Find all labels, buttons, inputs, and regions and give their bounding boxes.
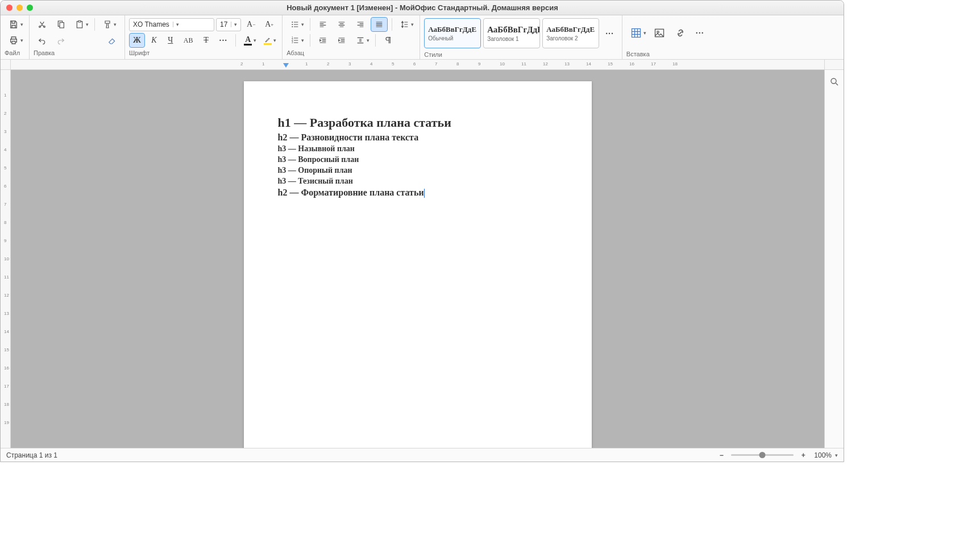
format-painter-button[interactable]: ▾	[99, 17, 118, 32]
style-preview: АаБбВвГгДдЕ	[546, 25, 595, 34]
paragraph-mark-button[interactable]	[380, 33, 397, 48]
group-paragraph: ▾ ▾ 123▾ ▾	[283, 15, 420, 59]
page[interactable]: h1 — Разработка плана статьи h2 — Разнов…	[244, 81, 592, 448]
bold-button[interactable]: Ж	[129, 33, 145, 48]
style-heading1[interactable]: АаБбВвГгДдЕ Заголовок 1	[483, 18, 540, 48]
maximize-window-button[interactable]	[27, 5, 33, 11]
style-preview: АаБбВвГгДдЕ	[428, 25, 477, 34]
bullet-list-button[interactable]: ▾	[286, 17, 306, 32]
table-icon	[630, 27, 642, 39]
svg-text:3: 3	[292, 41, 293, 44]
insert-link-button[interactable]	[671, 24, 690, 41]
group-label: Шрифт	[129, 49, 278, 56]
font-color-button[interactable]: А▾	[240, 33, 258, 48]
copy-button[interactable]	[52, 17, 69, 32]
line-spacing-button[interactable]: ▾	[396, 17, 416, 32]
style-heading2[interactable]: АаБбВвГгДдЕ Заголовок 2	[542, 18, 599, 48]
insert-table-button[interactable]: ▾	[626, 24, 648, 41]
minimize-window-button[interactable]	[16, 5, 23, 11]
find-button[interactable]	[825, 74, 844, 89]
group-insert: ▾ ··· Вставка	[622, 15, 712, 59]
align-left-button[interactable]	[314, 17, 331, 32]
search-icon	[829, 77, 840, 87]
styles-more-button[interactable]: ···	[601, 18, 618, 48]
font-size-value: 17	[217, 20, 231, 28]
horizontal-ruler[interactable]: 21123456789101112131415161718	[11, 60, 824, 70]
insert-more-button[interactable]: ···	[692, 24, 708, 41]
page-status: Страница 1 из 1	[6, 451, 57, 459]
style-name: Заголовок 2	[546, 35, 595, 41]
group-label: Стили	[424, 51, 618, 58]
align-right-button[interactable]	[352, 17, 369, 32]
redo-icon	[56, 36, 65, 45]
group-label: Абзац	[286, 49, 416, 56]
doc-heading-1: h1 — Разработка плана статьи	[278, 115, 558, 130]
close-window-button[interactable]	[6, 5, 13, 11]
vertical-ruler[interactable]: 12345678910111213141516171819	[1, 70, 11, 448]
group-label: Файл	[5, 49, 25, 56]
svg-point-6	[292, 26, 293, 27]
paragraph-spacing-button[interactable]: ▾	[352, 33, 371, 48]
group-font: XO Thames ▾ 17 ▾ A− A+ Ж К Ч AB T	[125, 15, 283, 59]
highlight-color-button[interactable]: ▾	[260, 33, 278, 48]
align-left-icon	[318, 20, 327, 29]
doc-heading-3: h3 — Опорный план	[278, 166, 558, 175]
link-icon	[675, 27, 686, 39]
small-caps-button[interactable]: AB	[180, 33, 197, 48]
print-icon	[9, 35, 19, 45]
zoom-slider[interactable]	[731, 454, 794, 456]
doc-heading-3: h3 — Назывной план	[278, 144, 558, 153]
align-justify-button[interactable]	[371, 17, 388, 32]
underline-button[interactable]: Ч	[163, 33, 178, 48]
font-family-combo[interactable]: XO Thames ▾	[129, 18, 214, 31]
align-center-button[interactable]	[333, 17, 350, 32]
increase-font-button[interactable]: A+	[261, 17, 277, 32]
doc-heading-2: h2 — Форматировние плана статьи	[278, 188, 558, 198]
clear-formatting-button[interactable]	[103, 33, 121, 48]
print-button[interactable]: ▾	[5, 33, 25, 48]
pilcrow-icon	[384, 36, 393, 45]
decrease-indent-icon	[318, 36, 327, 45]
ribbon: ▾ ▾ Файл ▾ ▾	[1, 15, 844, 60]
svg-rect-1	[60, 23, 64, 28]
italic-button[interactable]: К	[147, 33, 161, 48]
numbered-list-button[interactable]: 123▾	[286, 33, 306, 48]
increase-indent-button[interactable]	[333, 33, 350, 48]
first-line-indent-marker[interactable]	[283, 63, 289, 69]
group-styles: АаБбВвГгДдЕ Обычный АаБбВвГгДдЕ Заголово…	[420, 15, 622, 59]
save-icon	[9, 19, 19, 30]
zoom-knob[interactable]	[759, 452, 766, 458]
workspace: 12345678910111213141516171819 h1 — Разра…	[1, 70, 844, 448]
font-size-combo[interactable]: 17 ▾	[216, 18, 241, 31]
insert-image-button[interactable]	[650, 24, 669, 41]
strikethrough-button[interactable]: T	[199, 33, 214, 48]
doc-heading-2: h2 — Разновидности плана текста	[278, 132, 558, 143]
align-center-icon	[337, 20, 346, 29]
spacing-icon	[356, 36, 365, 45]
style-normal[interactable]: АаБбВвГгДдЕ Обычный	[424, 18, 481, 48]
save-button[interactable]: ▾	[5, 17, 25, 32]
doc-heading-3: h3 — Тезисный план	[278, 177, 558, 186]
scissors-icon	[38, 20, 47, 29]
svg-point-12	[657, 31, 659, 33]
style-preview: АаБбВвГгДдЕ	[487, 25, 536, 35]
redo-button[interactable]	[52, 33, 69, 48]
style-name: Обычный	[428, 35, 477, 41]
undo-button[interactable]	[34, 33, 51, 48]
statusbar: Страница 1 из 1 − + 100% ▾	[1, 448, 844, 462]
paste-button[interactable]: ▾	[71, 17, 90, 32]
zoom-in-button[interactable]: +	[798, 450, 808, 460]
cut-button[interactable]	[34, 17, 51, 32]
font-more-button[interactable]: ···	[215, 33, 232, 48]
group-label: Вставка	[626, 51, 708, 57]
svg-rect-3	[78, 20, 81, 22]
copy-icon	[56, 20, 65, 29]
zoom-out-button[interactable]: −	[716, 450, 726, 460]
decrease-indent-button[interactable]	[314, 33, 331, 48]
decrease-font-button[interactable]: A−	[243, 17, 259, 32]
document-canvas[interactable]: h1 — Разработка плана статьи h2 — Разнов…	[11, 70, 824, 448]
group-file: ▾ ▾ Файл	[1, 15, 30, 59]
svg-point-5	[292, 24, 293, 25]
increase-indent-icon	[337, 36, 346, 45]
undo-icon	[38, 36, 47, 45]
